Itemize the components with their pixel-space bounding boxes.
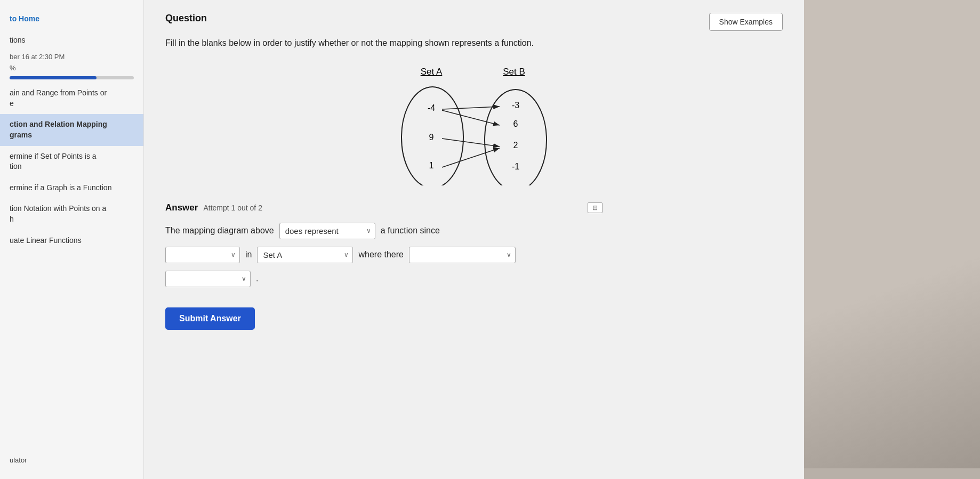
fill-row-2: is is not in Set A Set B where there an … [165,247,603,263]
sidebar-item-function-mapping[interactable]: ction and Relation Mappinggrams [0,114,143,145]
dropdown-4[interactable]: an element every element [409,247,516,263]
set-a-val-1: -4 [428,103,435,112]
dropdown-2[interactable]: is is not [165,247,240,263]
sidebar-progress [0,73,143,83]
sidebar-item-notation-points[interactable]: tion Notation with Points on ah [0,198,143,230]
show-examples-button[interactable]: Show Examples [709,13,783,31]
submit-answer-button[interactable]: Submit Answer [165,307,255,330]
arrow-2 [442,110,500,125]
sidebar: to Home tions ber 16 at 2:30 PM % ain an… [0,0,144,479]
sidebar-item-set-of-points[interactable]: ermine if Set of Points is ation [0,146,143,177]
progress-bar-fill [10,76,97,79]
sidebar-item-linear-functions[interactable]: uate Linear Functions [0,230,143,251]
expand-icon[interactable]: ⊟ [588,202,603,213]
sentence2-mid: in [245,250,252,259]
select-wrap-4[interactable]: an element every element [409,247,516,263]
sentence2-suffix: where there [358,250,404,259]
select-wrap-2[interactable]: is is not [165,247,240,263]
sidebar-item-graph-function[interactable]: ermine if a Graph is a Function [0,177,143,199]
sentence1-suffix: a function since [381,226,440,236]
set-b-val-4: -1 [512,162,519,171]
right-panel [804,0,980,479]
sentence3-suffix: . [256,274,258,283]
main-content: Question Show Examples Fill in the blank… [144,0,804,479]
select-wrap-1[interactable]: does represent does not represent [279,223,375,239]
sentence1-prefix: The mapping diagram above [165,226,274,236]
mapping-diagram: Set A Set B -4 9 1 -3 6 2 -1 [389,63,559,185]
question-section-label: Question [165,13,207,24]
answer-section: Answer Attempt 1 out of 2 ⊟ The mapping … [165,202,603,330]
diagram-container: Set A Set B -4 9 1 -3 6 2 -1 [165,63,783,185]
set-a-val-2: 9 [429,133,434,142]
question-text: Fill in the blanks below in order to jus… [165,36,581,50]
answer-label: Answer [165,202,198,213]
sidebar-date: ber 16 at 2:30 PM [0,51,143,63]
answer-header: Answer Attempt 1 out of 2 ⊟ [165,202,603,213]
sidebar-sections: tions [0,30,143,51]
arrow-3 [442,139,500,147]
select-wrap-5[interactable]: is is not [165,271,251,287]
sidebar-home[interactable]: to Home [0,9,143,30]
dropdown-5[interactable]: is is not [165,271,251,287]
dropdown-3[interactable]: Set A Set B [257,247,353,263]
set-a-val-3: 1 [429,161,434,170]
fill-row-3: is is not . [165,271,603,287]
set-a-label: Set A [421,67,443,77]
attempt-text: Attempt 1 out of 2 [203,204,262,212]
set-b-val-1: -3 [512,101,519,110]
select-wrap-3[interactable]: Set A Set B [257,247,353,263]
set-b-val-3: 2 [513,141,518,150]
sidebar-calculator[interactable]: ulator [0,450,143,470]
progress-bar-bg [10,76,134,79]
arrow-4 [442,148,500,167]
set-b-label: Set B [503,67,525,77]
dropdown-1[interactable]: does represent does not represent [279,223,375,239]
right-panel-inner [804,0,980,468]
set-b-val-2: 6 [513,119,518,128]
sidebar-percent: % [0,63,143,73]
sidebar-item-domain-range[interactable]: ain and Range from Points ore [0,83,143,114]
fill-row-1: The mapping diagram above does represent… [165,223,603,239]
